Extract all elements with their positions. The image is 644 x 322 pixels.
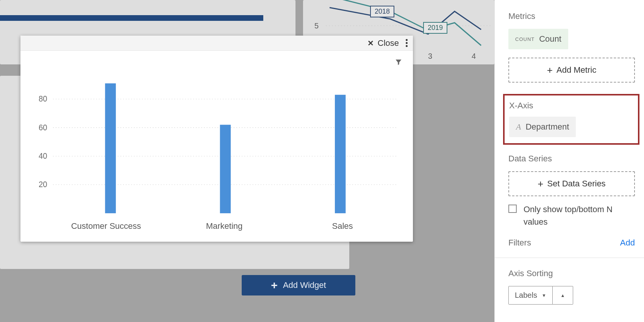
axis-sorting-direction[interactable]: ▲ <box>553 286 573 305</box>
config-panel: Metrics COUNT Count + Add Metric X-Axis … <box>494 0 644 322</box>
bg-line-ytick: 5 <box>314 22 319 30</box>
svg-text:20: 20 <box>39 180 47 189</box>
year-label-2018: 2018 <box>370 6 394 17</box>
add-filter-link[interactable]: Add <box>620 238 635 248</box>
plus-icon: + <box>547 65 553 75</box>
close-label: Close <box>378 38 399 48</box>
set-data-series-label: Set Data Series <box>547 179 606 189</box>
chevron-down-icon: ▼ <box>542 293 546 298</box>
chart-popup: ✕ Close 20406080 Customer SuccessMarketi… <box>20 36 413 242</box>
add-metric-button[interactable]: + Add Metric <box>508 58 635 83</box>
data-series-title: Data Series <box>508 154 635 164</box>
bar-sales <box>335 95 345 213</box>
chart-body: 20406080 Customer SuccessMarketingSales <box>20 51 413 242</box>
xaxis-chip-department[interactable]: A Department <box>509 117 576 137</box>
plus-icon: + <box>538 179 543 189</box>
xaxis-chip-label: Department <box>525 122 569 132</box>
add-widget-button[interactable]: + Add Widget <box>242 275 355 295</box>
filters-title: Filters <box>508 238 531 248</box>
checkbox-icon[interactable] <box>508 205 517 213</box>
bg-line-xtick-3: 3 <box>428 52 432 60</box>
svg-text:40: 40 <box>39 151 47 161</box>
close-icon: ✕ <box>367 39 374 48</box>
axis-sorting-select[interactable]: Labels ▼ <box>508 286 553 305</box>
metric-chip-count[interactable]: COUNT Count <box>508 29 568 49</box>
metric-chip-prefix: COUNT <box>515 36 535 42</box>
kebab-menu-icon[interactable] <box>406 39 408 47</box>
bar-chart-xlabels: Customer SuccessMarketingSales <box>32 217 402 231</box>
axis-sorting-title: Axis Sorting <box>508 269 635 278</box>
bar-chart: 20406080 <box>32 62 402 217</box>
xlabel-customer-success: Customer Success <box>47 221 165 231</box>
top-bottom-checkbox-row[interactable]: Only show top/bottom N values <box>508 203 635 228</box>
set-data-series-button[interactable]: + Set Data Series <box>508 171 635 196</box>
add-metric-label: Add Metric <box>556 65 596 75</box>
bg-horizontal-bar <box>0 15 263 21</box>
xlabel-marketing: Marketing <box>165 221 283 231</box>
chart-popup-header: ✕ Close <box>20 36 413 51</box>
plus-icon: + <box>271 280 278 291</box>
axis-sorting-value: Labels <box>515 291 537 300</box>
xaxis-title: X-Axis <box>509 101 633 111</box>
metrics-title: Metrics <box>508 11 635 21</box>
xaxis-highlighted-section: X-Axis A Department <box>503 94 639 145</box>
text-field-icon: A <box>516 122 521 132</box>
checkbox-label: Only show top/bottom N values <box>524 203 635 228</box>
svg-text:80: 80 <box>39 94 47 103</box>
bg-line-xtick-4: 4 <box>472 52 476 60</box>
chevron-up-icon: ▲ <box>560 293 565 298</box>
bar-marketing <box>220 125 231 213</box>
close-button[interactable]: ✕ Close <box>367 38 399 48</box>
year-label-2019: 2019 <box>423 22 447 34</box>
metric-chip-label: Count <box>539 34 561 44</box>
panel-divider <box>495 258 644 258</box>
bar-customer-success <box>105 83 116 213</box>
xlabel-sales: Sales <box>283 221 402 231</box>
add-widget-label: Add Widget <box>283 280 326 290</box>
svg-text:60: 60 <box>39 123 47 132</box>
